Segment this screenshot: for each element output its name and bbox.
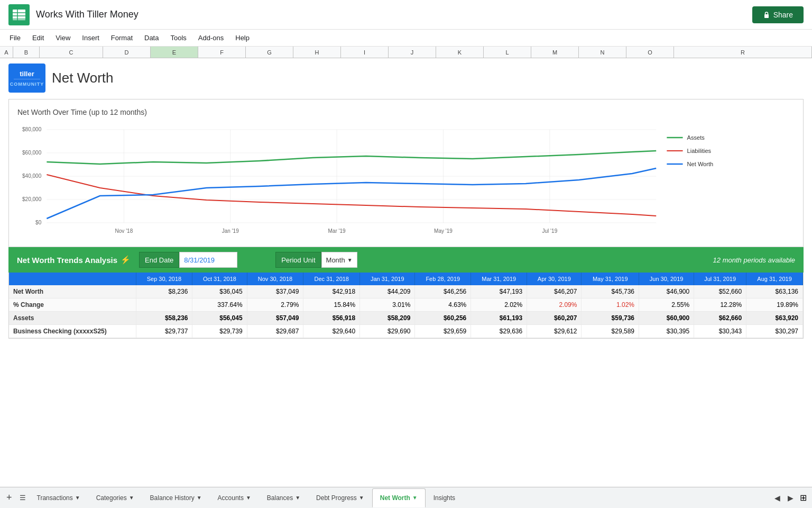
menu-help[interactable]: Help	[230, 32, 255, 44]
cell-label: % Change	[9, 298, 136, 312]
chevron-down-icon: ▼	[197, 488, 202, 507]
end-date-input[interactable]	[179, 252, 237, 268]
table-cell: $47,193	[471, 285, 527, 298]
table-cell: $42,918	[303, 285, 360, 298]
svg-text:Jan '19: Jan '19	[222, 228, 239, 234]
table-cell: $56,045	[192, 312, 247, 325]
bottom-tabs: + ☰ Transactions ▼ Categories ▼ Balance …	[0, 487, 812, 508]
table-cell: $30,395	[639, 325, 694, 338]
svg-text:Nov '18: Nov '18	[115, 228, 133, 234]
table-cell: $59,736	[582, 312, 639, 325]
svg-text:$0: $0	[35, 220, 42, 225]
period-select[interactable]: Month ▼	[321, 252, 357, 268]
svg-text:May '19: May '19	[434, 228, 453, 234]
table-cell: $29,612	[527, 325, 582, 338]
svg-text:$80,000: $80,000	[22, 126, 42, 132]
col-R[interactable]: R	[674, 47, 812, 58]
end-date-label: End Date	[139, 252, 179, 268]
lock-icon	[763, 11, 770, 19]
menu-view[interactable]: View	[50, 32, 76, 44]
table-cell: $57,049	[247, 312, 303, 325]
col-N[interactable]: N	[579, 47, 626, 58]
svg-text:$20,000: $20,000	[22, 196, 42, 202]
table-row: % Change337.64%2.79%15.84%3.01%4.63%2.02…	[9, 298, 803, 312]
table-cell: 1.02%	[582, 298, 639, 312]
table-row: Assets$58,236$56,045$57,049$56,918$58,20…	[9, 312, 803, 325]
table-cell: $60,256	[415, 312, 471, 325]
table-cell: $60,207	[527, 312, 582, 325]
menu-tools[interactable]: Tools	[165, 32, 191, 44]
table-cell: $56,918	[303, 312, 360, 325]
share-button[interactable]: Share	[752, 6, 804, 23]
table-cell: $58,236	[136, 312, 192, 325]
table-cell: $8,236	[136, 285, 192, 298]
tab-balances[interactable]: Balances ▼	[259, 488, 308, 507]
chart-container: Net Worth Over Time (up to 12 months) $8…	[8, 99, 804, 247]
col-header-sep2018: Sep 30, 2018	[136, 273, 192, 285]
tab-list-icon[interactable]: ☰	[16, 494, 29, 502]
tab-net-worth[interactable]: Net Worth ▼	[372, 488, 426, 507]
col-I[interactable]: I	[341, 47, 389, 58]
table-cell: $29,687	[247, 325, 303, 338]
table-cell: $29,737	[136, 325, 192, 338]
table-body: Net Worth$8,236$36,045$37,049$42,918$44,…	[9, 285, 803, 338]
tab-insights[interactable]: Insights	[426, 488, 463, 507]
col-D[interactable]: D	[103, 47, 151, 58]
col-E[interactable]: E	[151, 47, 198, 58]
table-cell: 19.89%	[746, 298, 803, 312]
col-A[interactable]: A	[0, 47, 13, 58]
tiller-logo-text: tiller	[20, 70, 34, 78]
table-cell: 2.09%	[527, 298, 582, 312]
top-bar-left: Works With Tiller Money	[8, 4, 139, 25]
table-cell: $29,589	[582, 325, 639, 338]
tiller-community-text: COMMUNITY	[10, 81, 44, 87]
table-cell: $63,920	[746, 312, 803, 325]
col-header-mar2019: Mar 31, 2019	[471, 273, 527, 285]
tab-categories[interactable]: Categories ▼	[88, 488, 142, 507]
tab-next-button[interactable]: ▶	[785, 492, 797, 504]
col-header-nov2018: Nov 30, 2018	[247, 273, 303, 285]
menu-data[interactable]: Data	[139, 32, 164, 44]
chart-area: $80,000 $60,000 $40,000 $20,000 $0 Nov '	[17, 122, 795, 238]
svg-text:Jul '19: Jul '19	[542, 228, 557, 234]
cell-label: Assets	[9, 312, 136, 325]
tab-prev-button[interactable]: ◀	[771, 492, 783, 504]
lightning-icon: ⚡	[121, 255, 131, 265]
trends-available: 12 month periods available	[713, 256, 795, 264]
svg-text:$60,000: $60,000	[22, 150, 42, 156]
col-C[interactable]: C	[40, 47, 103, 58]
col-B[interactable]: B	[13, 47, 40, 58]
top-bar: Works With Tiller Money Share	[0, 0, 812, 30]
col-K[interactable]: K	[436, 47, 484, 58]
menu-insert[interactable]: Insert	[77, 32, 105, 44]
col-O[interactable]: O	[626, 47, 674, 58]
tab-debt-progress[interactable]: Debt Progress ▼	[308, 488, 372, 507]
table-header-row: Sep 30, 2018 Oct 31, 2018 Nov 30, 2018 D…	[9, 273, 803, 285]
table-cell: $44,209	[360, 285, 415, 298]
col-F[interactable]: F	[198, 47, 246, 58]
col-H[interactable]: H	[293, 47, 341, 58]
col-G[interactable]: G	[246, 47, 293, 58]
table-cell: $46,207	[527, 285, 582, 298]
menu-edit[interactable]: Edit	[27, 32, 49, 44]
tab-balance-history[interactable]: Balance History ▼	[142, 488, 210, 507]
sheets-grid-icon[interactable]: ⊞	[800, 493, 807, 502]
menu-format[interactable]: Format	[106, 32, 138, 44]
chart-title: Net Worth Over Time (up to 12 months)	[17, 108, 795, 116]
col-M[interactable]: M	[531, 47, 579, 58]
col-header-feb2019: Feb 28, 2019	[415, 273, 471, 285]
date-control: End Date	[139, 252, 237, 268]
data-table-container: Sep 30, 2018 Oct 31, 2018 Nov 30, 2018 D…	[8, 273, 804, 339]
col-L[interactable]: L	[484, 47, 531, 58]
tab-transactions[interactable]: Transactions ▼	[29, 488, 88, 507]
tab-accounts[interactable]: Accounts ▼	[210, 488, 259, 507]
table-cell: $46,256	[415, 285, 471, 298]
table-cell: $61,193	[471, 312, 527, 325]
add-tab-button[interactable]: +	[2, 492, 16, 503]
table-cell: 2.02%	[471, 298, 527, 312]
tab-nav: ◀ ▶	[771, 492, 797, 504]
menu-addons[interactable]: Add-ons	[193, 32, 229, 44]
cell-label: Business Checking (xxxxxS25)	[9, 325, 136, 338]
menu-file[interactable]: File	[4, 32, 26, 44]
col-J[interactable]: J	[389, 47, 436, 58]
